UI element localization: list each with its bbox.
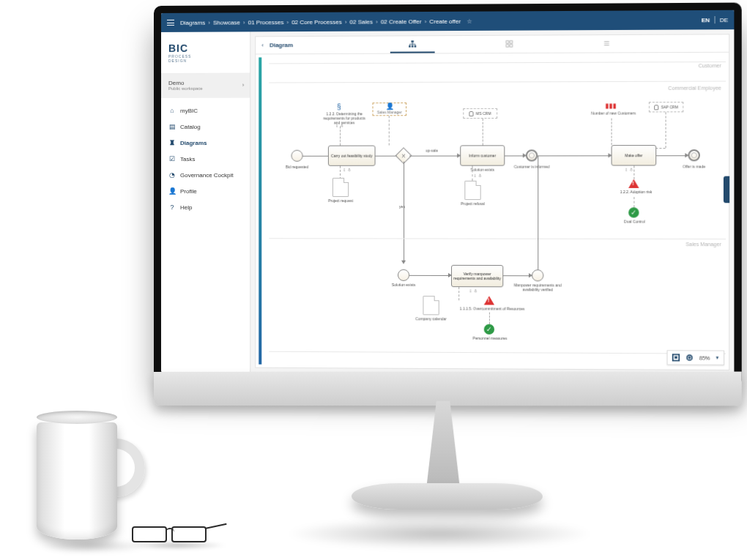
tab-grid[interactable] (487, 36, 532, 53)
lang-en[interactable]: EN (702, 17, 710, 23)
zoom-toolbar: 85% ▾ (667, 350, 724, 365)
task-feasibility[interactable]: Carry out feasibility study (328, 146, 376, 166)
page-title: Diagram (270, 42, 293, 48)
zoom-value: 85% (699, 355, 710, 360)
end-event-offer[interactable] (688, 149, 699, 161)
workspace-selector[interactable]: Demo Public workspace › (161, 74, 250, 98)
sidebar-item-profile[interactable]: 👤Profile (161, 183, 250, 199)
sidebar-item-tasks[interactable]: ☑Tasks (161, 151, 250, 167)
doc-project-request[interactable] (332, 178, 349, 197)
sidebar: BIC PROCESSDESIGN Demo Public workspace … (161, 31, 250, 372)
task-verify-manpower[interactable]: Verify manpower requirements and availab… (451, 265, 503, 287)
svg-rect-5 (510, 40, 513, 42)
svg-rect-2 (412, 45, 414, 48)
check-icon: ✓ (484, 324, 494, 335)
sidebar-item-diagrams[interactable]: ♜Diagrams (161, 135, 250, 151)
doc-project-refusal[interactable] (464, 181, 480, 200)
sidebar-item-help[interactable]: ?Help (161, 199, 250, 215)
sidebar-item-governance[interactable]: ◔Governance Cockpit (161, 167, 250, 183)
main-panel: ‹ Diagram (255, 34, 729, 370)
topbar: Diagrams ›Showcase ›01 Processes ›02 Cor… (161, 10, 734, 32)
app-logo: BIC PROCESSDESIGN (161, 31, 250, 74)
svg-rect-3 (415, 45, 417, 48)
center-icon[interactable] (685, 354, 693, 361)
back-icon[interactable]: ‹ (256, 42, 270, 48)
sidebar-nav: ⌂myBIC ▤Catalog ♜Diagrams ☑Tasks ◔Govern… (161, 98, 250, 220)
tab-hierarchy[interactable] (390, 36, 435, 53)
lane-title-sales-manager: Sales Manager (685, 242, 721, 247)
system-sap-crm: SAP CRM (649, 102, 683, 112)
chevron-right-icon: › (242, 83, 244, 88)
side-panel-toggle[interactable] (724, 176, 729, 204)
end-event-informed[interactable] (526, 149, 538, 161)
diagram-header: ‹ Diagram (256, 34, 729, 54)
diagram-canvas[interactable]: Customer Commercial Employee § 1.2.2. De… (256, 53, 729, 370)
kpi-icon: ▮▮▮ (605, 102, 616, 109)
task-inform-customer[interactable]: Inform customer (460, 145, 505, 165)
favorite-star-icon[interactable]: ☆ (467, 18, 472, 24)
doc-company-calendar[interactable] (423, 296, 439, 315)
gauge-icon: ◔ (168, 171, 176, 179)
home-icon: ⌂ (168, 107, 176, 114)
desktop-monitor: Diagrams ›Showcase ›01 Processes ›02 Cor… (154, 6, 732, 548)
svg-rect-7 (510, 44, 513, 46)
svg-point-13 (689, 357, 691, 359)
diagram-icon: ♜ (168, 139, 176, 146)
coffee-mug (37, 415, 146, 540)
lang-de[interactable]: DE (720, 16, 728, 23)
lane-title-customer: Customer (699, 63, 721, 68)
risk-icon-2 (628, 179, 639, 188)
lane-title-commercial: Commercial Employee (668, 86, 721, 91)
app-screen: Diagrams ›Showcase ›01 Processes ›02 Cor… (161, 10, 734, 375)
check-icon-2: ✓ (628, 207, 639, 217)
sidebar-item-catalog[interactable]: ▤Catalog (161, 119, 250, 135)
svg-rect-4 (507, 40, 509, 42)
hamburger-icon[interactable] (167, 20, 174, 26)
event-solution-exists[interactable] (398, 269, 409, 281)
tasks-icon: ☑ (168, 155, 176, 163)
sidebar-item-mybic[interactable]: ⌂myBIC (161, 102, 250, 119)
zoom-dropdown-icon[interactable]: ▾ (716, 355, 719, 361)
svg-rect-6 (507, 44, 509, 46)
breadcrumb[interactable]: Diagrams ›Showcase ›01 Processes ›02 Cor… (180, 17, 702, 26)
system-ms-crm: MS CRM (463, 108, 497, 119)
user-icon: 👤 (168, 187, 176, 195)
role-sales-manager: 👤 Sales Manager (373, 102, 407, 116)
svg-rect-0 (412, 40, 414, 42)
person-icon: 👤 (385, 102, 393, 110)
hierarchy-icon (409, 40, 417, 48)
breadcrumb-root[interactable]: Diagrams (180, 19, 205, 26)
event-verified[interactable] (532, 269, 543, 281)
language-switch[interactable]: EN DE (702, 16, 728, 23)
start-event[interactable] (291, 150, 303, 162)
risk-icon (484, 296, 494, 305)
task-make-offer[interactable]: Make offer (612, 145, 657, 165)
book-icon: ▤ (168, 123, 176, 130)
tab-list[interactable] (584, 35, 630, 53)
law-icon: § (337, 102, 341, 111)
grid-icon (506, 40, 513, 47)
list-icon (603, 40, 611, 47)
help-icon: ? (168, 204, 176, 211)
svg-rect-1 (409, 45, 412, 48)
fit-screen-icon[interactable] (672, 354, 680, 361)
